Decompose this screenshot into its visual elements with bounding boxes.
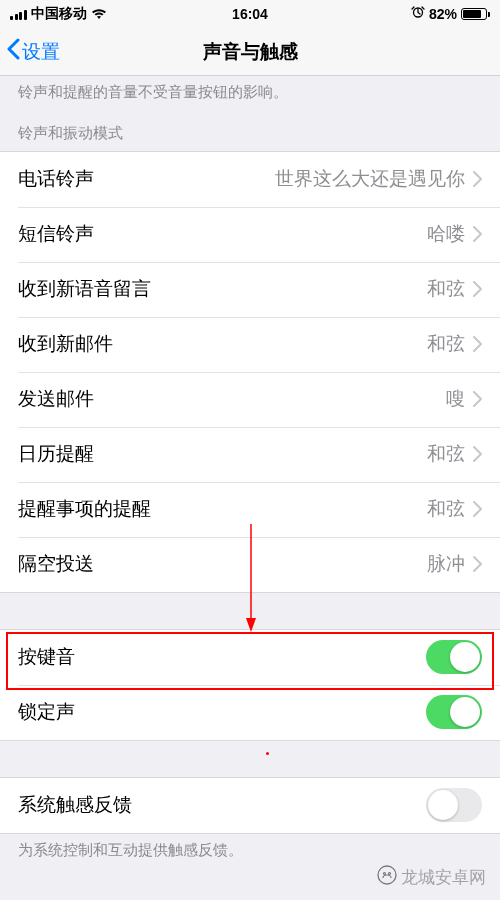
row-system-haptics: 系统触感反馈	[0, 778, 500, 833]
volume-button-note: 铃声和提醒的音量不受音量按钮的影响。	[0, 76, 500, 110]
chevron-right-icon	[473, 556, 482, 572]
content-scroll[interactable]: 铃声和提醒的音量不受音量按钮的影响。 铃声和振动模式 电话铃声 世界这么大还是遇…	[0, 76, 500, 900]
chevron-right-icon	[473, 171, 482, 187]
watermark-logo-icon	[377, 865, 397, 890]
row-sent-mail[interactable]: 发送邮件 嗖	[0, 372, 500, 427]
annotation-dot-icon	[266, 752, 269, 755]
row-reminder-alerts[interactable]: 提醒事项的提醒 和弦	[0, 482, 500, 537]
row-value: 和弦	[94, 441, 465, 467]
toggle-system-haptics[interactable]	[426, 788, 482, 822]
toggle-lock-sound[interactable]	[426, 695, 482, 729]
chevron-right-icon	[473, 446, 482, 462]
row-value: 哈喽	[94, 221, 465, 247]
sound-patterns-group: 电话铃声 世界这么大还是遇见你 短信铃声 哈喽 收到新语音留言 和弦 收到新邮件…	[0, 151, 500, 593]
watermark: 龙城安卓网	[377, 865, 486, 890]
row-value: 和弦	[151, 496, 465, 522]
chevron-right-icon	[473, 336, 482, 352]
row-label: 收到新邮件	[18, 331, 113, 357]
row-label: 按键音	[18, 644, 75, 670]
haptics-group: 系统触感反馈	[0, 777, 500, 834]
row-label: 隔空投送	[18, 551, 94, 577]
chevron-right-icon	[473, 226, 482, 242]
battery-icon	[461, 8, 490, 20]
clock: 16:04	[0, 6, 500, 22]
row-calendar-alerts[interactable]: 日历提醒 和弦	[0, 427, 500, 482]
row-value: 世界这么大还是遇见你	[94, 166, 465, 192]
row-new-voicemail[interactable]: 收到新语音留言 和弦	[0, 262, 500, 317]
row-keyboard-clicks: 按键音	[0, 630, 500, 685]
row-label: 日历提醒	[18, 441, 94, 467]
row-label: 系统触感反馈	[18, 792, 132, 818]
row-label: 收到新语音留言	[18, 276, 151, 302]
chevron-left-icon	[6, 38, 20, 65]
row-label: 锁定声	[18, 699, 75, 725]
row-label: 电话铃声	[18, 166, 94, 192]
haptics-note: 为系统控制和互动提供触感反馈。	[0, 834, 500, 868]
toggle-keyboard-clicks[interactable]	[426, 640, 482, 674]
row-value: 和弦	[113, 331, 465, 357]
row-label: 提醒事项的提醒	[18, 496, 151, 522]
row-value: 脉冲	[94, 551, 465, 577]
back-label: 设置	[22, 39, 60, 65]
row-label: 短信铃声	[18, 221, 94, 247]
watermark-text: 龙城安卓网	[401, 866, 486, 889]
chevron-right-icon	[473, 501, 482, 517]
chevron-right-icon	[473, 281, 482, 297]
row-text-tone[interactable]: 短信铃声 哈喽	[0, 207, 500, 262]
row-value: 和弦	[151, 276, 465, 302]
row-lock-sound: 锁定声	[0, 685, 500, 740]
row-new-mail[interactable]: 收到新邮件 和弦	[0, 317, 500, 372]
key-sounds-group: 按键音 锁定声	[0, 629, 500, 741]
nav-bar: 设置 声音与触感	[0, 28, 500, 76]
row-ringtone[interactable]: 电话铃声 世界这么大还是遇见你	[0, 152, 500, 207]
row-value: 嗖	[94, 386, 465, 412]
chevron-right-icon	[473, 391, 482, 407]
page-title: 声音与触感	[8, 39, 492, 65]
back-button[interactable]: 设置	[6, 38, 60, 65]
section-header-sounds: 铃声和振动模式	[0, 110, 500, 151]
status-bar: 中国移动 16:04 82%	[0, 0, 500, 28]
row-airdrop[interactable]: 隔空投送 脉冲	[0, 537, 500, 592]
row-label: 发送邮件	[18, 386, 94, 412]
